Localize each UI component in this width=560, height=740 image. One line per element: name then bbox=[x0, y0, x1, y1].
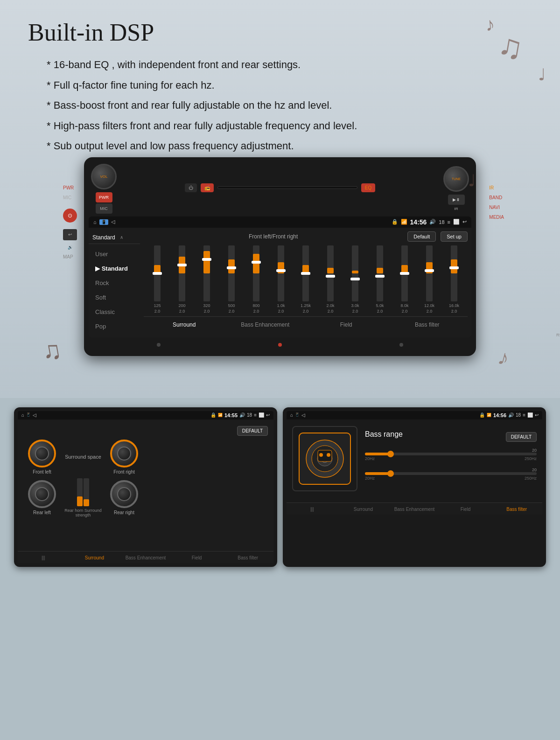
eq-handle-6[interactable] bbox=[301, 272, 310, 275]
app-icon-right: 📱 bbox=[295, 412, 300, 418]
left-tab-bass-enh[interactable]: Bass Enhancement bbox=[120, 554, 171, 561]
left-icon-btn[interactable]: ⊙ bbox=[63, 209, 77, 223]
front-left-knob[interactable] bbox=[28, 440, 56, 468]
freq-row: 1252003205008001.0k1.25k2.0k3.0k5.0k8.0k… bbox=[144, 303, 468, 308]
tab-bass-enhancement[interactable]: Bass Enhancement bbox=[225, 320, 306, 330]
eq-bar-8[interactable] bbox=[343, 245, 367, 301]
tune-knob[interactable]: TUNE bbox=[443, 166, 469, 192]
left-default-button[interactable]: DEFAULT bbox=[237, 426, 268, 436]
speaker-icon: 🔊 bbox=[429, 219, 436, 225]
eq-handle-1[interactable] bbox=[177, 264, 187, 266]
preset-header[interactable]: Standard ∧ bbox=[89, 231, 140, 244]
front-right-knob[interactable] bbox=[110, 440, 138, 468]
right-tab-surround[interactable]: Surround bbox=[338, 506, 389, 513]
slider-1-value: 20 bbox=[532, 448, 537, 453]
slider-1-track[interactable] bbox=[365, 453, 537, 455]
right-knob-group: TUNE ▶⏸ IR bbox=[443, 166, 469, 211]
preset-classic[interactable]: Classic bbox=[89, 305, 140, 319]
navi-label[interactable]: NAVI bbox=[489, 205, 500, 210]
bass-slider-1: 20 20Hz 250Hz bbox=[365, 448, 537, 461]
tab-field[interactable]: Field bbox=[306, 320, 387, 330]
status-center: 🔒 📶 14:56 🔊 18 ≡ ⬜ ↩ bbox=[392, 218, 467, 226]
radio-top-bar: ⏻ 📻 EQ bbox=[185, 183, 375, 192]
slider-2-handle[interactable] bbox=[387, 470, 394, 477]
front-left-knob-inner bbox=[35, 447, 49, 461]
back-left: ↩ bbox=[266, 412, 270, 418]
preset-standard[interactable]: Standard bbox=[89, 261, 140, 276]
back-btn-left[interactable]: ↩ bbox=[63, 229, 77, 240]
preset-pop[interactable]: Pop bbox=[89, 319, 140, 334]
eq-handle-5[interactable] bbox=[276, 269, 286, 272]
rear-right-knob[interactable] bbox=[110, 480, 138, 508]
right-screen-content: Bass range DEFAULT 20 20Hz bbox=[287, 420, 542, 503]
eq-handle-8[interactable] bbox=[350, 278, 360, 280]
preset-label: Standard bbox=[92, 234, 115, 241]
eq-bar-11[interactable] bbox=[418, 245, 441, 301]
right-tab-bass-filter[interactable]: Bass filter bbox=[491, 506, 542, 513]
slider-2-track[interactable] bbox=[365, 472, 537, 475]
default-button[interactable]: Default bbox=[407, 231, 436, 242]
eq-handle-9[interactable] bbox=[375, 275, 385, 278]
slider-1-fill bbox=[365, 453, 391, 455]
rear-horn-label: Rear horn Surround strength bbox=[64, 508, 102, 517]
svg-point-6 bbox=[319, 453, 323, 457]
power-btn[interactable]: PWR bbox=[96, 192, 112, 202]
eq-handle-10[interactable] bbox=[400, 272, 409, 275]
right-tab-field[interactable]: Field bbox=[440, 506, 491, 513]
setup-button[interactable]: Set up bbox=[441, 231, 468, 242]
eq-bar-3[interactable] bbox=[220, 245, 243, 301]
home-icon-left: ⌂ bbox=[21, 412, 24, 418]
speaker-viz bbox=[292, 426, 357, 491]
left-tab-eq[interactable]: ||| bbox=[18, 554, 69, 561]
preset-rock[interactable]: Rock bbox=[89, 276, 140, 290]
eq-handle-11[interactable] bbox=[425, 269, 434, 272]
vol-right: 18 bbox=[516, 412, 521, 418]
play-btn[interactable]: ▶⏸ bbox=[448, 195, 465, 205]
eq-bar-0[interactable] bbox=[146, 245, 169, 301]
right-default-button[interactable]: DEFAULT bbox=[506, 432, 537, 442]
eq-handle-3[interactable] bbox=[227, 266, 236, 269]
slider-2-fill bbox=[365, 472, 391, 475]
val-label-10: 2.0 bbox=[393, 309, 416, 314]
eq-bar-1[interactable] bbox=[170, 245, 194, 301]
eq-handle-12[interactable] bbox=[449, 266, 459, 269]
eq-bar-5[interactable] bbox=[269, 245, 293, 301]
left-tab-bass-filter[interactable]: Bass filter bbox=[222, 554, 273, 561]
left-tab-field[interactable]: Field bbox=[171, 554, 223, 561]
right-tab-bass-enh[interactable]: Bass Enhancement bbox=[389, 506, 440, 513]
car-radio-wrapper: VOL PWR MIC ⏻ 📻 EQ bbox=[28, 157, 532, 356]
eq-bar-12[interactable] bbox=[442, 245, 466, 301]
preset-user[interactable]: User bbox=[89, 247, 140, 261]
eq-btn-top[interactable]: EQ bbox=[361, 183, 375, 192]
preset-soft[interactable]: Soft bbox=[89, 290, 140, 305]
eq-handle-7[interactable] bbox=[326, 275, 335, 278]
eq-handle-4[interactable] bbox=[252, 261, 261, 264]
volume-knob[interactable]: VOL bbox=[91, 164, 117, 189]
right-tab-eq[interactable]: ||| bbox=[287, 506, 338, 513]
slider-1-handle[interactable] bbox=[387, 451, 394, 457]
bass-slider-2: 20 20Hz 250Hz bbox=[365, 468, 537, 481]
tab-surround[interactable]: Surround bbox=[144, 320, 225, 330]
eq-bar-6[interactable] bbox=[294, 245, 317, 301]
eq-header-row: Front left/Front right Default Set up bbox=[144, 231, 468, 242]
eq-bar-10[interactable] bbox=[393, 245, 416, 301]
freq-label-8: 3.0k bbox=[343, 303, 367, 308]
power-label: PWR bbox=[63, 185, 77, 190]
eq-handle-0[interactable] bbox=[153, 272, 162, 275]
radio-signal-btn[interactable]: 📻 bbox=[201, 183, 214, 192]
eq-bar-2[interactable] bbox=[195, 245, 218, 301]
eq-handle-2[interactable] bbox=[202, 258, 211, 261]
mic-btn[interactable]: MIC bbox=[96, 203, 112, 214]
eq-bar-7[interactable] bbox=[319, 245, 342, 301]
tab-bass-filter[interactable]: Bass filter bbox=[387, 320, 468, 330]
eq-bar-4[interactable] bbox=[245, 245, 268, 301]
front-left-label: Front left bbox=[33, 469, 51, 475]
left-tab-surround[interactable]: Surround bbox=[69, 554, 120, 561]
eq-tabs: Surround Bass Enhancement Field Bass fil… bbox=[144, 316, 468, 330]
power-icon-btn[interactable]: ⏻ bbox=[185, 183, 197, 192]
rear-left-knob[interactable] bbox=[28, 480, 56, 508]
app-icon-left: 📱 bbox=[26, 412, 31, 418]
band-label[interactable]: BAND bbox=[489, 195, 502, 200]
media-label[interactable]: MEDIA bbox=[489, 215, 504, 220]
eq-bar-9[interactable] bbox=[368, 245, 392, 301]
